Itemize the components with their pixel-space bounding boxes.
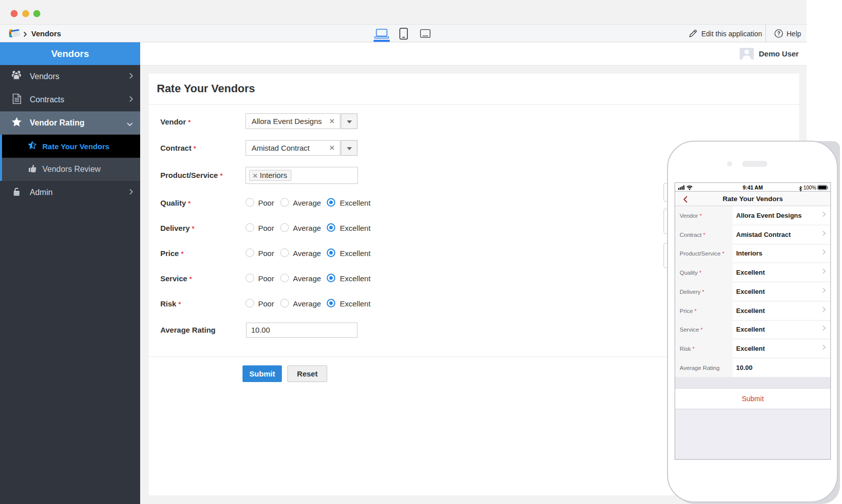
svg-text:?: ? <box>777 31 780 36</box>
